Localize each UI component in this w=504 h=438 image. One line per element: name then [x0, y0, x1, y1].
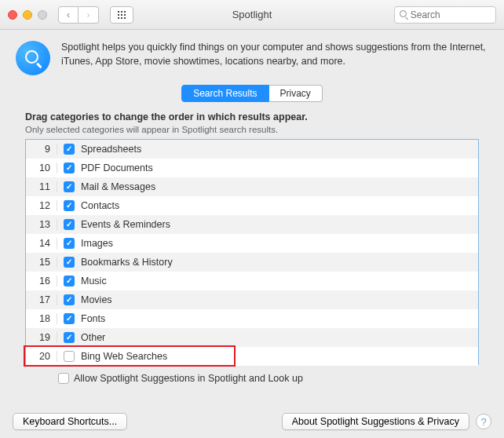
row-number: 16	[26, 276, 57, 287]
search-input-wrap[interactable]	[394, 6, 496, 24]
titlebar: ‹ › Spotlight	[0, 0, 504, 30]
chevron-left-icon: ‹	[67, 9, 70, 20]
close-icon[interactable]	[8, 10, 17, 20]
row-number: 15	[26, 257, 57, 268]
show-all-button[interactable]	[110, 6, 133, 24]
row-number: 19	[26, 332, 57, 343]
main-panel: Drag categories to change the order in w…	[0, 111, 504, 384]
row-number: 9	[26, 144, 57, 155]
tab-search-results[interactable]: Search Results	[181, 85, 268, 102]
category-row[interactable]: 12Contacts	[26, 196, 478, 215]
category-checkbox[interactable]	[64, 200, 75, 211]
tab-bar: Search Results Privacy	[0, 85, 504, 102]
category-row[interactable]: 20Bing Web Searches	[26, 347, 478, 366]
category-checkbox[interactable]	[64, 257, 75, 268]
category-list[interactable]: 9Spreadsheets10PDF Documents11Mail & Mes…	[25, 139, 479, 365]
category-label: Music	[81, 276, 107, 287]
category-label: Other	[81, 332, 105, 343]
category-label: Bookmarks & History	[81, 257, 173, 268]
category-checkbox[interactable]	[64, 181, 75, 192]
row-number: 10	[26, 162, 57, 173]
category-label: Events & Reminders	[81, 219, 170, 230]
search-icon	[400, 10, 407, 19]
category-checkbox[interactable]	[64, 238, 75, 249]
header: Spotlight helps you quickly find things …	[0, 30, 504, 82]
chevron-right-icon: ›	[87, 9, 90, 20]
allow-suggestions-label: Allow Spotlight Suggestions in Spotlight…	[74, 373, 303, 384]
category-row[interactable]: 17Movies	[26, 290, 478, 309]
category-label: Movies	[81, 294, 112, 305]
category-row[interactable]: 10PDF Documents	[26, 159, 478, 177]
instruction-bold: Drag categories to change the order in w…	[25, 111, 479, 122]
category-row[interactable]: 19Other	[26, 328, 478, 347]
allow-suggestions-row[interactable]: Allow Spotlight Suggestions in Spotlight…	[58, 373, 479, 384]
help-button[interactable]: ?	[476, 414, 491, 429]
category-checkbox[interactable]	[64, 144, 75, 155]
category-label: Images	[81, 238, 113, 249]
row-number: 17	[26, 294, 57, 305]
instruction-sub: Only selected categories will appear in …	[25, 125, 479, 134]
header-description: Spotlight helps you quickly find things …	[61, 41, 488, 68]
back-button[interactable]: ‹	[58, 6, 79, 24]
category-list-wrap: 9Spreadsheets10PDF Documents11Mail & Mes…	[25, 139, 479, 365]
row-number: 20	[26, 351, 57, 362]
category-label: PDF Documents	[81, 162, 153, 173]
category-checkbox[interactable]	[64, 276, 75, 287]
category-checkbox[interactable]	[64, 332, 75, 343]
footer: Keyboard Shortcuts... About Spotlight Su…	[0, 413, 504, 430]
category-label: Contacts	[81, 200, 119, 211]
minimize-icon[interactable]	[23, 10, 32, 20]
keyboard-shortcuts-button[interactable]: Keyboard Shortcuts...	[13, 413, 127, 430]
allow-suggestions-checkbox[interactable]	[58, 373, 69, 384]
row-number: 13	[26, 219, 57, 230]
category-checkbox[interactable]	[64, 219, 75, 230]
row-number: 11	[26, 181, 57, 192]
category-row[interactable]: 9Spreadsheets	[26, 140, 478, 159]
category-label: Spreadsheets	[81, 144, 141, 155]
category-row[interactable]: 15Bookmarks & History	[26, 253, 478, 272]
nav-buttons: ‹ ›	[58, 6, 99, 24]
category-checkbox[interactable]	[64, 294, 75, 305]
zoom-icon[interactable]	[38, 10, 47, 20]
category-row[interactable]: 16Music	[26, 272, 478, 290]
about-button[interactable]: About Spotlight Suggestions & Privacy	[282, 413, 469, 430]
row-number: 18	[26, 313, 57, 324]
row-number: 14	[26, 238, 57, 249]
category-label: Fonts	[81, 313, 105, 324]
category-row[interactable]: 18Fonts	[26, 309, 478, 328]
category-row[interactable]: 13Events & Reminders	[26, 215, 478, 234]
window-controls	[8, 10, 47, 20]
category-label: Bing Web Searches	[81, 351, 167, 362]
grid-icon	[117, 10, 126, 20]
row-number: 12	[26, 200, 57, 211]
search-input[interactable]	[411, 9, 491, 20]
category-checkbox[interactable]	[64, 162, 75, 173]
category-checkbox[interactable]	[64, 351, 75, 362]
spotlight-icon	[16, 41, 50, 75]
category-row[interactable]: 11Mail & Messages	[26, 177, 478, 196]
category-row[interactable]: 14Images	[26, 234, 478, 253]
tab-privacy[interactable]: Privacy	[269, 85, 323, 102]
category-label: Mail & Messages	[81, 181, 155, 192]
forward-button: ›	[79, 6, 99, 24]
category-checkbox[interactable]	[64, 313, 75, 324]
magnifier-icon	[24, 49, 42, 67]
